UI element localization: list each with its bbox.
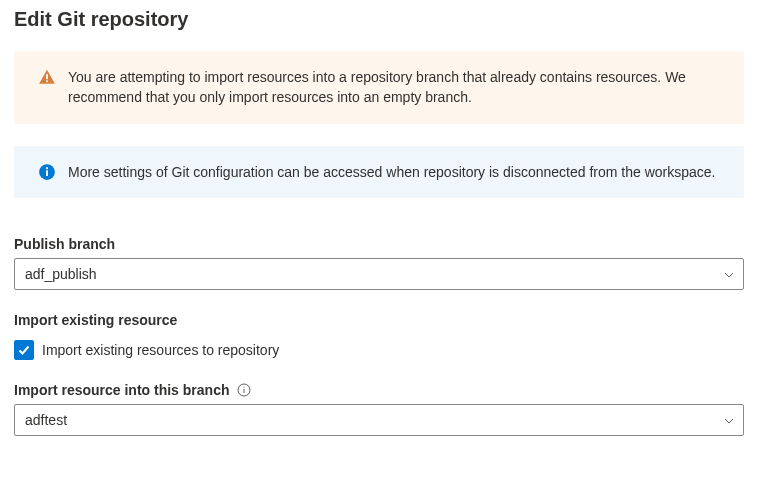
svg-point-7 xyxy=(244,386,245,387)
publish-branch-value: adf_publish xyxy=(25,266,97,282)
chevron-down-icon xyxy=(723,268,735,280)
svg-rect-1 xyxy=(46,80,48,82)
warning-text: You are attempting to import resources i… xyxy=(68,67,722,108)
import-existing-section-label: Import existing resource xyxy=(14,312,177,328)
page-title: Edit Git repository xyxy=(14,8,744,31)
chevron-down-icon xyxy=(723,414,735,426)
publish-branch-select[interactable]: adf_publish xyxy=(14,258,744,290)
svg-rect-4 xyxy=(46,167,48,169)
warning-banner: You are attempting to import resources i… xyxy=(14,51,744,124)
help-icon[interactable] xyxy=(237,383,251,397)
warning-icon xyxy=(38,68,56,86)
import-existing-checkbox-row[interactable]: Import existing resources to repository xyxy=(14,340,744,360)
info-text: More settings of Git configuration can b… xyxy=(68,162,722,182)
svg-rect-3 xyxy=(46,170,48,176)
import-existing-checkbox[interactable] xyxy=(14,340,34,360)
import-existing-checkbox-label[interactable]: Import existing resources to repository xyxy=(42,342,279,358)
checkmark-icon xyxy=(17,343,31,357)
publish-branch-label: Publish branch xyxy=(14,236,115,252)
info-icon xyxy=(38,163,56,181)
import-branch-value: adftest xyxy=(25,412,67,428)
import-branch-label: Import resource into this branch xyxy=(14,382,229,398)
svg-rect-0 xyxy=(46,74,48,79)
import-branch-select[interactable]: adftest xyxy=(14,404,744,436)
info-banner: More settings of Git configuration can b… xyxy=(14,146,744,198)
